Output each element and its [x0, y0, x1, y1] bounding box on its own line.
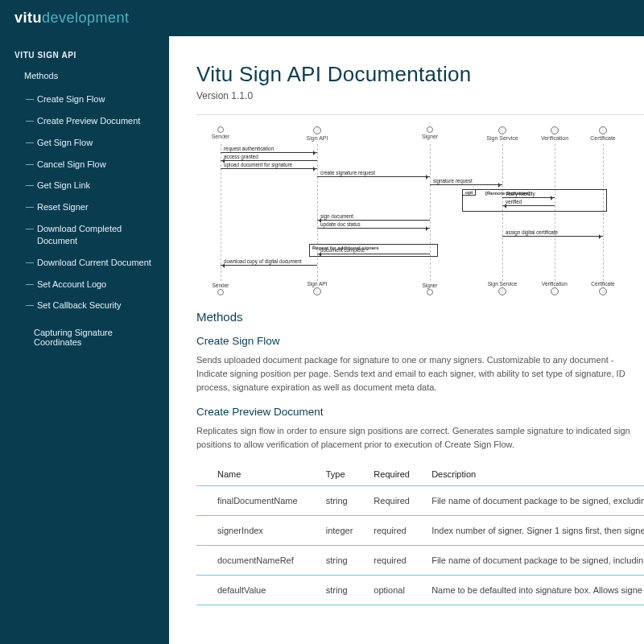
msg-assign-cert: assign digital certificate [506, 229, 558, 235]
cell-required: required [365, 546, 423, 576]
msg-access-granted: access granted [224, 154, 258, 159]
msg-update-doc: update doc status [320, 221, 361, 227]
topbar: vitudevelopment [0, 0, 644, 36]
table-row: finalDocumentName string Required File n… [196, 486, 644, 516]
cell-name: defaultValue [196, 576, 318, 605]
cell-desc: File name of document package to be sign… [423, 486, 644, 516]
msg-download-copy: download copy of digital document [224, 258, 302, 264]
th-name: Name [196, 463, 318, 486]
sidebar-item-create-sign-flow[interactable]: Create Sign Flow [26, 89, 159, 110]
cell-desc: Index number of signer. Signer 1 signs f… [423, 516, 644, 546]
sidebar-group-methods[interactable]: Methods [24, 71, 159, 80]
cell-desc: Name to be defaulted into signature box.… [423, 576, 644, 605]
sidebar-list: Create Sign Flow Create Preview Document… [26, 89, 159, 316]
actor-signer: Signer [406, 134, 454, 139]
section-create-sign-flow-body: Sends uploaded document package for sign… [196, 353, 631, 394]
main-content: Vitu Sign API Documentation Version 1.1.… [169, 36, 644, 644]
opt-tag: opt [462, 189, 476, 196]
cell-required: required [365, 516, 423, 546]
msg-verified: verified [506, 199, 522, 204]
table-row: documentNameRef string required File nam… [196, 546, 644, 576]
brand-part2: development [42, 10, 130, 26]
sequence-diagram: Sender Sign API Signer Sign Service Veri… [196, 126, 623, 295]
th-description: Description [423, 463, 644, 486]
cell-desc: File name of document package to be sign… [423, 546, 644, 576]
msg-create-sig-req: create signature request [320, 170, 375, 175]
cell-type: string [318, 576, 366, 605]
sidebar-item-set-account-logo[interactable]: Set Account Logo [26, 274, 159, 295]
th-required: Required [365, 463, 423, 486]
cell-type: integer [318, 516, 366, 546]
cell-name: documentNameRef [196, 546, 318, 576]
cell-name: finalDocumentName [196, 486, 318, 516]
cell-type: string [318, 546, 366, 576]
cell-required: Required [365, 486, 423, 516]
section-create-preview-body: Replicates sign flow in order to ensure … [196, 424, 631, 452]
sidebar-item-set-callback-security[interactable]: Set Callback Security [26, 295, 159, 316]
methods-heading: Methods [196, 310, 644, 324]
sidebar-item-download-completed-document[interactable]: Download Completed Document [26, 218, 159, 252]
actor-certificate: Certificate [579, 135, 627, 141]
sidebar-item-capturing-signature-coordinates[interactable]: Capturing Signature Coordinates [24, 328, 159, 347]
msg-sig-req: signature request [433, 178, 473, 184]
msg-doc-complete: document complete [320, 247, 365, 253]
th-type: Type [318, 463, 366, 486]
section-create-sign-flow-heading: Create Sign Flow [196, 335, 644, 347]
table-row: signerIndex integer required Index numbe… [196, 516, 644, 546]
params-table: Name Type Required Description finalDocu… [196, 463, 644, 605]
cell-required: optional [365, 576, 423, 605]
section-create-preview-heading: Create Preview Document [196, 406, 644, 418]
actor-sign-service: Sign Service [478, 135, 526, 141]
sidebar-item-create-preview-document[interactable]: Create Preview Document [26, 110, 159, 132]
page-title: Vitu Sign API Documentation [196, 62, 644, 87]
sidebar-item-download-current-document[interactable]: Download Current Document [26, 252, 159, 274]
page-version: Version 1.1.0 [196, 90, 644, 101]
sidebar-item-reset-signer[interactable]: Reset Signer [26, 196, 159, 218]
sidebar-item-get-sign-flow[interactable]: Get Sign Flow [26, 132, 159, 154]
msg-sign-doc: sign document [320, 213, 353, 219]
title-rule [196, 114, 644, 115]
sidebar-item-cancel-sign-flow[interactable]: Cancel Sign Flow [26, 154, 159, 175]
sidebar-item-get-sign-link[interactable]: Get Sign Link [26, 175, 159, 196]
msg-upload-doc: upload document for signature [224, 162, 292, 167]
sidebar-section-title: VITU SIGN API [14, 51, 159, 60]
msg-verify-identity: verify identity [506, 191, 535, 196]
brand-part1: vitu [14, 10, 42, 26]
actor-sender: Sender [196, 134, 245, 139]
cell-type: string [318, 486, 366, 516]
table-row: defaultValue string optional Name to be … [196, 576, 644, 605]
sidebar: VITU SIGN API Methods Create Sign Flow C… [0, 36, 169, 644]
actor-verification: Verification [530, 135, 579, 141]
msg-request-auth: request authentication [224, 146, 274, 151]
actor-sign-api: Sign API [293, 135, 341, 141]
cell-name: signerIndex [196, 516, 318, 546]
